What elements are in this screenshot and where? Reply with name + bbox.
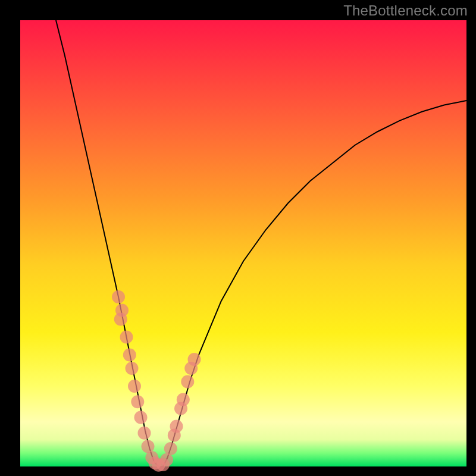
data-marker <box>123 349 136 362</box>
data-marker <box>138 427 151 440</box>
data-marker <box>164 442 177 455</box>
data-marker <box>170 420 183 433</box>
data-marker <box>126 362 139 375</box>
data-marker <box>114 313 127 326</box>
data-marker <box>142 440 155 453</box>
watermark-label: TheBottleneck.com <box>343 2 468 19</box>
data-marker <box>177 393 190 406</box>
marker-layer <box>112 290 201 472</box>
data-marker <box>134 411 148 424</box>
data-marker <box>120 331 133 344</box>
curve-layer <box>20 20 466 466</box>
data-marker <box>112 290 125 303</box>
plot-area <box>20 20 466 466</box>
bottleneck-curve <box>56 20 466 466</box>
data-marker <box>188 353 201 366</box>
data-marker <box>181 375 194 389</box>
chart-frame: TheBottleneck.com <box>0 0 476 476</box>
data-marker <box>160 453 173 466</box>
data-marker <box>131 395 144 408</box>
data-marker <box>128 380 141 393</box>
